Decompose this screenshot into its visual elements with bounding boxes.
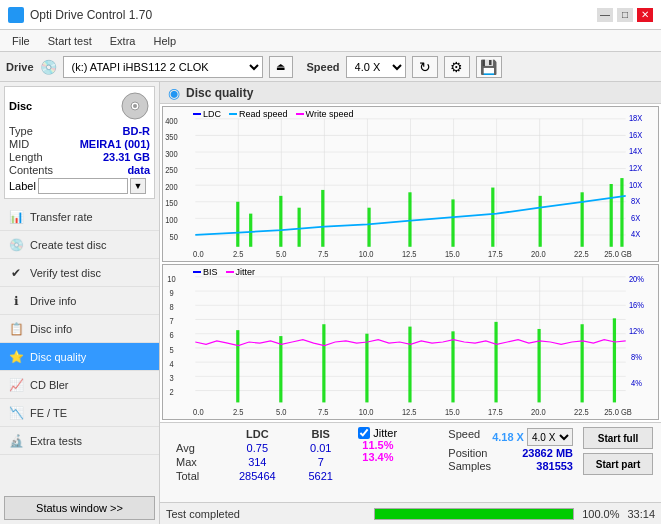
jitter-header: Jitter bbox=[358, 427, 438, 439]
disc-panel-title: Disc bbox=[9, 100, 32, 112]
nav-cd-bler-label: CD Bler bbox=[30, 379, 69, 391]
nav-disc-quality[interactable]: ⭐ Disc quality bbox=[0, 343, 159, 371]
svg-rect-28 bbox=[451, 199, 454, 246]
ldc-chart-svg: 400 350 300 250 200 150 100 50 18X 16X 1… bbox=[163, 107, 658, 261]
speed-stat-label: Speed bbox=[448, 428, 480, 446]
svg-text:5: 5 bbox=[169, 345, 174, 354]
position-row: Position 23862 MB bbox=[448, 447, 573, 459]
svg-text:5.0: 5.0 bbox=[276, 408, 287, 417]
title-bar-left: Opti Drive Control 1.70 bbox=[8, 7, 152, 23]
start-buttons: Start full Start part bbox=[583, 427, 653, 475]
start-part-button[interactable]: Start part bbox=[583, 453, 653, 475]
eject-button[interactable]: ⏏ bbox=[269, 56, 293, 78]
stats-max-ldc: 314 bbox=[221, 455, 293, 469]
read-speed-dot bbox=[229, 113, 237, 115]
nav-items: 📊 Transfer rate 💿 Create test disc ✔ Ver… bbox=[0, 203, 159, 492]
minimize-button[interactable]: — bbox=[597, 8, 613, 22]
content-area: ◉ Disc quality LDC Read speed bbox=[160, 82, 661, 524]
nav-drive-info[interactable]: ℹ Drive info bbox=[0, 287, 159, 315]
col-header-bis: BIS bbox=[293, 427, 348, 441]
svg-rect-85 bbox=[451, 331, 454, 402]
nav-create-test-disc[interactable]: 💿 Create test disc bbox=[0, 231, 159, 259]
jitter-avg-value: 11.5% bbox=[362, 439, 393, 451]
maximize-button[interactable]: □ bbox=[617, 8, 633, 22]
transfer-rate-icon: 📊 bbox=[8, 209, 24, 225]
svg-text:14X: 14X bbox=[629, 147, 643, 156]
nav-transfer-rate[interactable]: 📊 Transfer rate bbox=[0, 203, 159, 231]
svg-text:22.5: 22.5 bbox=[574, 408, 589, 417]
disc-label-row: Label ▼ bbox=[9, 178, 150, 194]
speed-val: 4.18 X bbox=[492, 431, 524, 443]
ldc-legend: LDC Read speed Write speed bbox=[193, 109, 353, 119]
speed-selector[interactable]: 4.0 X 8.0 X MAX bbox=[346, 56, 406, 78]
svg-text:4: 4 bbox=[169, 360, 174, 369]
nav-fe-te[interactable]: 📉 FE / TE bbox=[0, 399, 159, 427]
nav-cd-bler[interactable]: 📈 CD Bler bbox=[0, 371, 159, 399]
svg-rect-80 bbox=[236, 330, 239, 402]
start-full-button[interactable]: Start full bbox=[583, 427, 653, 449]
svg-text:2.5: 2.5 bbox=[233, 250, 244, 259]
svg-text:4%: 4% bbox=[631, 379, 642, 388]
svg-text:250: 250 bbox=[165, 166, 178, 175]
legend-read-speed-label: Read speed bbox=[239, 109, 288, 119]
svg-text:50: 50 bbox=[169, 232, 178, 241]
disc-mid-row: MID MEIRA1 (001) bbox=[9, 138, 150, 150]
disc-length-value: 23.31 GB bbox=[103, 151, 150, 163]
svg-text:7: 7 bbox=[169, 317, 173, 326]
svg-point-2 bbox=[133, 104, 137, 108]
bis-chart-svg: 10 9 8 7 6 5 4 3 2 20% 16% 12% 8% 4% 0 bbox=[163, 265, 658, 419]
svg-rect-86 bbox=[494, 322, 497, 403]
speed-stat-select[interactable]: 4.0 X bbox=[527, 428, 573, 446]
close-button[interactable]: ✕ bbox=[637, 8, 653, 22]
status-window-button[interactable]: Status window >> bbox=[4, 496, 155, 520]
svg-text:9: 9 bbox=[169, 288, 174, 297]
nav-disc-quality-label: Disc quality bbox=[30, 351, 86, 363]
stats-bar: LDC BIS Avg 0.75 0.01 Max 314 bbox=[160, 422, 661, 502]
stats-avg-bis: 0.01 bbox=[293, 441, 348, 455]
jitter-checkbox[interactable] bbox=[358, 427, 370, 439]
stats-row-total: Total 285464 5621 bbox=[168, 469, 348, 483]
bis-legend: BIS Jitter bbox=[193, 267, 255, 277]
nav-verify-test-disc[interactable]: ✔ Verify test disc bbox=[0, 259, 159, 287]
stats-total-ldc: 285464 bbox=[221, 469, 293, 483]
nav-extra-tests[interactable]: 🔬 Extra tests bbox=[0, 427, 159, 455]
settings-button[interactable]: ⚙ bbox=[444, 56, 470, 78]
disc-contents-label: Contents bbox=[9, 164, 53, 176]
menu-help[interactable]: Help bbox=[145, 33, 184, 49]
nav-extra-tests-label: Extra tests bbox=[30, 435, 82, 447]
svg-text:2.5: 2.5 bbox=[233, 408, 244, 417]
svg-rect-83 bbox=[365, 334, 368, 403]
jitter-max-row: 13.4% bbox=[358, 451, 438, 463]
menu-extra[interactable]: Extra bbox=[102, 33, 144, 49]
refresh-button[interactable]: ↻ bbox=[412, 56, 438, 78]
jitter-avg-row: 11.5% bbox=[358, 439, 438, 451]
disc-graphic bbox=[120, 91, 150, 121]
nav-transfer-rate-label: Transfer rate bbox=[30, 211, 93, 223]
disc-label-input[interactable] bbox=[38, 178, 128, 194]
legend-write-speed: Write speed bbox=[296, 109, 354, 119]
svg-text:17.5: 17.5 bbox=[488, 250, 503, 259]
svg-text:20.0: 20.0 bbox=[531, 250, 546, 259]
legend-write-speed-label: Write speed bbox=[306, 109, 354, 119]
create-test-disc-icon: 💿 bbox=[8, 237, 24, 253]
drive-selector[interactable]: (k:) ATAPI iHBS112 2 CLOK bbox=[63, 56, 263, 78]
samples-value: 381553 bbox=[536, 460, 573, 472]
svg-rect-81 bbox=[279, 336, 282, 402]
svg-text:8: 8 bbox=[169, 303, 174, 312]
save-button[interactable]: 💾 bbox=[476, 56, 502, 78]
svg-text:20%: 20% bbox=[629, 274, 644, 283]
menu-start-test[interactable]: Start test bbox=[40, 33, 100, 49]
svg-rect-87 bbox=[537, 329, 540, 402]
menu-file[interactable]: File bbox=[4, 33, 38, 49]
svg-text:18X: 18X bbox=[629, 114, 643, 123]
fe-te-icon: 📉 bbox=[8, 405, 24, 421]
app-title: Opti Drive Control 1.70 bbox=[30, 8, 152, 22]
svg-text:300: 300 bbox=[165, 149, 178, 158]
speed-position-section: Speed 4.18 X 4.0 X Position 23862 MB Sam… bbox=[448, 427, 573, 473]
disc-label-btn[interactable]: ▼ bbox=[130, 178, 146, 194]
svg-text:5.0: 5.0 bbox=[276, 250, 287, 259]
disc-quality-icon: ⭐ bbox=[8, 349, 24, 365]
svg-text:10.0: 10.0 bbox=[359, 250, 374, 259]
samples-label: Samples bbox=[448, 460, 491, 472]
nav-disc-info[interactable]: 📋 Disc info bbox=[0, 315, 159, 343]
